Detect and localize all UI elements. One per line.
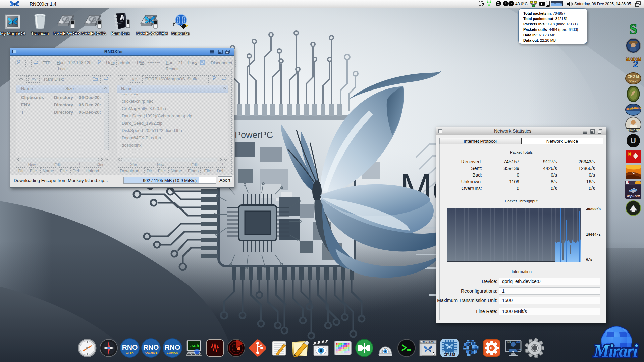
svg-text:S: S (629, 21, 637, 37)
svg-text:CPU-M: CPU-M (444, 353, 455, 357)
svg-text:Mirari: Mirari (593, 341, 638, 360)
svg-text:CRO-M: CRO-M (628, 75, 639, 78)
svg-text:RALLY: RALLY (629, 79, 638, 82)
svg-text:1010: 1010 (516, 341, 520, 343)
svg-text:0011: 0011 (517, 349, 521, 351)
svg-text:MorphOS: MorphOS (423, 341, 434, 344)
svg-text:RNO: RNO (165, 343, 180, 351)
svg-text::ssh: :ssh (189, 343, 199, 348)
svg-text:RNO: RNO (122, 343, 138, 351)
svg-text:SERIOUS SAM: SERIOUS SAM (627, 129, 640, 131)
svg-text:ARCHIVE: ARCHIVE (145, 351, 158, 354)
svg-text:1100: 1100 (507, 349, 511, 351)
svg-text:2: 2 (633, 59, 638, 69)
svg-text:RNO: RNO (143, 343, 159, 351)
svg-text:XFER: XFER (126, 351, 134, 354)
svg-text:0101: 0101 (507, 341, 511, 343)
svg-text:U: U (631, 137, 636, 145)
svg-text:43.0°C: 43.0°C (515, 2, 528, 6)
svg-text:wipEout: wipEout (627, 194, 640, 198)
svg-text:COMICS: COMICS (167, 351, 178, 354)
svg-text:PowerPC: PowerPC (235, 130, 273, 140)
